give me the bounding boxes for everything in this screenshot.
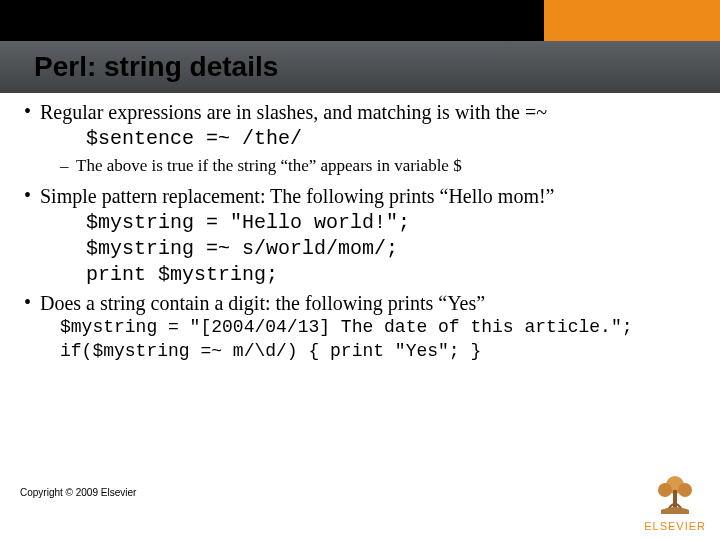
code-line: print $mystring; (86, 262, 690, 288)
code-line: $mystring =~ s/world/mom/; (86, 236, 690, 262)
bullet-item: Does a string contain a digit: the follo… (20, 291, 690, 364)
svg-rect-3 (673, 490, 677, 508)
copyright-text: Copyright © 2009 Elsevier (20, 487, 136, 498)
bullet-text: Regular expressions are in slashes, and … (40, 100, 690, 126)
bullet-item: Regular expressions are in slashes, and … (20, 100, 690, 176)
logo-label: ELSEVIER (644, 520, 706, 532)
bullet-list: Regular expressions are in slashes, and … (20, 100, 690, 364)
content-area: Regular expressions are in slashes, and … (20, 100, 690, 366)
code-line: $mystring = "Hello world!"; (86, 210, 690, 236)
slide: Perl: string details Regular expressions… (0, 0, 720, 540)
header-orange-block (544, 0, 720, 41)
svg-point-1 (658, 483, 672, 497)
bullet-text: Simple pattern replacement: The followin… (40, 184, 690, 210)
sub-bullet-text: The above is true if the string “the” ap… (60, 156, 690, 176)
elsevier-logo: ELSEVIER (644, 470, 706, 532)
svg-point-2 (678, 483, 692, 497)
code-line: if($mystring =~ m/\d/) { print "Yes"; } (60, 340, 690, 364)
code-line: $mystring = "[2004/04/13] The date of th… (60, 316, 690, 340)
title-bar: Perl: string details (0, 41, 720, 93)
slide-title: Perl: string details (34, 51, 278, 83)
sub-list: The above is true if the string “the” ap… (60, 156, 690, 176)
code-line: $sentence =~ /the/ (86, 126, 690, 152)
bullet-text: Does a string contain a digit: the follo… (40, 291, 690, 317)
bullet-item: Simple pattern replacement: The followin… (20, 184, 690, 289)
tree-icon (651, 470, 699, 518)
